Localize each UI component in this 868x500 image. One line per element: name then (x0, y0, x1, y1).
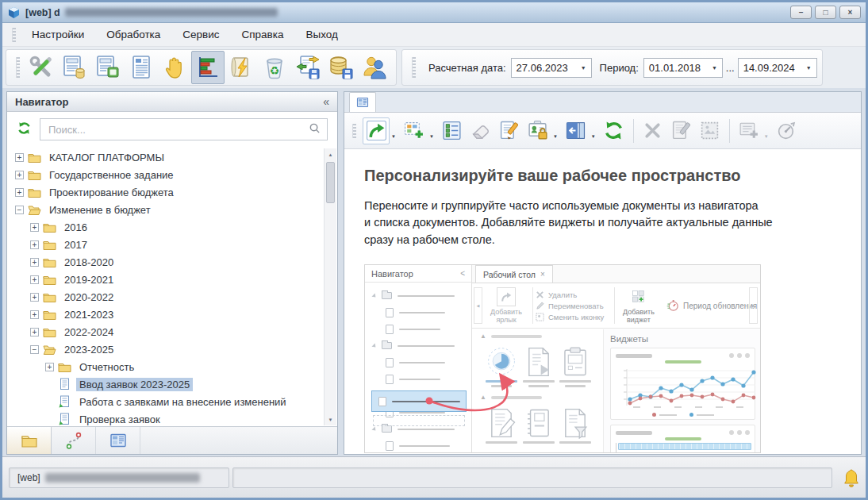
import-export-save-button[interactable] (291, 51, 325, 84)
tree-item[interactable]: +2017 (7, 236, 323, 253)
maximize-button[interactable]: □ (815, 6, 836, 19)
run-script-button[interactable] (225, 51, 258, 84)
expand-icon[interactable]: + (15, 171, 24, 179)
route-icon (65, 432, 83, 449)
tree-item-label: 2018-2020 (61, 256, 117, 269)
tree-item[interactable]: +2020-2022 (7, 288, 323, 306)
workspace-tab[interactable] (349, 92, 376, 112)
add-widget-button[interactable] (401, 117, 428, 144)
menu-processing[interactable]: Обработка (95, 25, 171, 44)
add-panel-button[interactable] (735, 117, 762, 144)
gauge-button[interactable] (774, 117, 801, 144)
database-save-button[interactable] (325, 51, 358, 84)
toolbar-grip[interactable] (352, 124, 356, 138)
expand-icon[interactable]: + (30, 258, 39, 267)
tree-item[interactable]: Проверка заявок (7, 410, 323, 426)
expand-icon[interactable]: + (45, 363, 54, 371)
chevron-down-icon[interactable]: ▼ (764, 134, 769, 139)
tree-item[interactable]: +2021-2023 (7, 306, 323, 323)
toolbar-grip[interactable] (16, 57, 20, 78)
search-input[interactable] (47, 123, 309, 137)
tree-item[interactable]: +2022-2024 (7, 323, 323, 340)
collapse-panel-icon[interactable]: « (323, 95, 329, 108)
delete-button[interactable] (639, 117, 666, 144)
close-icon: × (540, 270, 545, 279)
close-button[interactable]: × (839, 6, 861, 19)
menu-exit[interactable]: Выход (295, 25, 349, 44)
period-from-combobox[interactable]: 01.01.2018 ▼ (643, 58, 723, 78)
navigator-header: Навигатор « (7, 92, 337, 112)
expand-icon[interactable]: + (30, 328, 39, 337)
chevron-down-icon[interactable]: ▼ (553, 134, 558, 139)
edit-document-disabled-button[interactable] (668, 117, 695, 144)
mini-widgets-area: Виджеты (603, 329, 760, 452)
toolbar-grip[interactable] (412, 57, 416, 78)
calc-date-combobox[interactable]: 27.06.2023 ▼ (511, 58, 592, 78)
tree-item[interactable]: +Государственное задание (7, 166, 323, 183)
navigator-bottom-tabs (7, 426, 337, 454)
report-with-data-button[interactable] (58, 51, 91, 84)
menu-help[interactable]: Справка (231, 25, 295, 44)
menu-service[interactable]: Сервис (171, 25, 230, 44)
expand-icon[interactable]: + (30, 240, 39, 249)
nav-tab-folders[interactable] (7, 427, 52, 454)
report-with-book-button[interactable] (91, 51, 125, 84)
tree-item[interactable]: Ввод заявок 2023-2025 (7, 375, 323, 393)
tree-item[interactable]: +2018-2020 (7, 253, 323, 271)
menu-settings[interactable]: Настройки (21, 25, 95, 44)
stamp-image-button[interactable] (697, 117, 724, 144)
period-to-combobox[interactable]: 14.09.2024 ▼ (738, 58, 817, 78)
workspace-tab-strip (344, 92, 861, 113)
chevron-down-icon[interactable]: ▼ (591, 134, 596, 139)
tree-item[interactable]: −2023-2025 (7, 340, 323, 358)
open-shortcut-button[interactable] (363, 117, 390, 144)
nav-tab-routes[interactable] (52, 427, 96, 454)
document-list-button[interactable] (125, 51, 158, 84)
tree-item[interactable]: +Проектирование бюджета (7, 183, 323, 201)
notification-bell-icon[interactable] (843, 468, 859, 487)
expand-icon[interactable]: + (15, 153, 24, 162)
expand-icon[interactable]: + (30, 310, 39, 319)
chevron-down-icon[interactable]: ▼ (712, 65, 717, 71)
scrollbar-thumb[interactable] (326, 162, 335, 203)
eraser-button[interactable] (467, 117, 494, 144)
search-icon[interactable] (309, 122, 321, 137)
search-box (40, 118, 328, 140)
tree-item[interactable]: +2016 (7, 218, 323, 236)
list-view-button[interactable] (439, 117, 466, 144)
users-button[interactable] (358, 51, 391, 84)
tree-item[interactable]: +2019-2021 (7, 271, 323, 288)
nav-tab-desktop-forms[interactable] (96, 427, 140, 454)
collapse-icon[interactable]: − (15, 206, 24, 214)
toolbar-grip[interactable] (12, 28, 16, 42)
edit-document-button[interactable] (496, 117, 523, 144)
mini-expand-strip: ▶ (749, 287, 758, 324)
expand-icon[interactable]: + (30, 223, 39, 232)
scroll-down-icon[interactable]: ▼ (325, 413, 336, 425)
collapse-panel-button[interactable] (563, 117, 590, 144)
collapse-icon[interactable]: − (30, 345, 39, 354)
hand-stop-button[interactable] (158, 51, 191, 84)
refresh-icon[interactable] (17, 121, 32, 139)
scroll-up-icon[interactable]: ▲ (325, 148, 336, 160)
chevron-down-icon[interactable]: ▼ (806, 65, 812, 71)
tree-item[interactable]: +КАТАЛОГ ПЛАТФОРМЫ (7, 148, 323, 166)
chevron-down-icon[interactable]: ▼ (581, 65, 586, 71)
chevron-down-icon[interactable]: ▼ (391, 134, 396, 139)
tree-scrollbar[interactable]: ▲ ▼ (324, 148, 336, 425)
settings-tools-button[interactable] (25, 51, 58, 84)
tree-item-label: 2016 (61, 221, 90, 234)
expand-icon[interactable]: + (30, 275, 39, 284)
recycle-bin-button[interactable]: ♻ (258, 51, 291, 84)
expand-icon[interactable]: + (15, 188, 24, 197)
minimize-button[interactable]: – (790, 6, 812, 19)
tree-item[interactable]: Работа с заявками на внесение изменений (7, 393, 323, 410)
bar-chart-button[interactable] (191, 51, 225, 84)
refresh-button[interactable] (601, 117, 628, 144)
id-card-lock-button[interactable] (524, 117, 551, 144)
tree-item[interactable]: −Изменение в бюджет (7, 201, 323, 218)
expand-icon[interactable]: + (30, 293, 39, 302)
chevron-down-icon[interactable]: ▼ (429, 134, 434, 139)
folder-icon (21, 432, 38, 449)
tree-item[interactable]: +Отчетность (7, 358, 323, 375)
